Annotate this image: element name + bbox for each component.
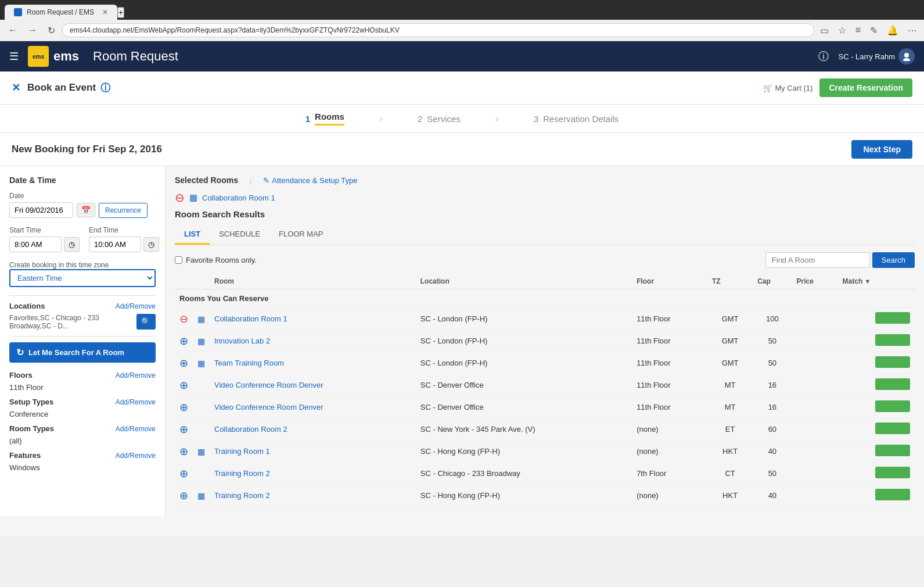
room-name-link[interactable]: Video Conference Room Denver [214,403,323,411]
room-name-cell: Collaboration Room 1 [210,308,416,330]
bookmark-icon[interactable]: ☆ [836,24,849,37]
my-cart[interactable]: 🛒 My Cart (1) [763,84,812,92]
timezone-select[interactable]: Eastern Time [9,269,156,287]
room-name-link[interactable]: Video Conference Room Denver [214,381,323,389]
add-row-icon[interactable]: ⊕ [179,380,188,391]
end-time-input[interactable] [89,237,141,252]
favorite-rooms-checkbox-label[interactable]: Favorite Rooms only. [175,256,257,264]
tab-close-icon[interactable]: ✕ [102,8,108,16]
tab-floor-map[interactable]: FLOOR MAP [269,225,333,245]
user-avatar[interactable] [898,48,915,65]
start-time-clock-icon[interactable]: ◷ [64,237,80,252]
date-input[interactable] [9,202,73,218]
match-bar [875,423,910,434]
start-time-input[interactable] [9,237,62,252]
cap-cell: 50 [753,463,792,485]
room-types-add-remove-link[interactable]: Add/Remove [116,425,156,433]
sidebar: Date & Time Date 📅 Recurrence Start Time… [0,166,166,516]
attendance-setup-label: Attendance & Setup Type [272,176,357,185]
floor-cell: 11th Floor [632,374,707,396]
locations-label: Locations [9,302,45,310]
help-icon[interactable]: ⓘ [818,49,829,63]
location-search-button[interactable]: 🔍 [136,314,156,330]
favorite-rooms-checkbox[interactable] [175,256,182,264]
calendar-icon-button[interactable]: 📅 [77,203,95,217]
notification-icon[interactable]: 🔔 [885,24,901,37]
tab-favicon [14,8,22,16]
table-row: ⊕ ▦ Training Room 2 SC - Hong Kong (FP-H… [175,485,915,507]
room-name-link[interactable]: Collaboration Room 1 [214,314,287,323]
tab-schedule[interactable]: SCHEDULE [210,225,269,245]
price-cell [792,418,838,441]
features-add-remove-link[interactable]: Add/Remove [116,452,156,460]
price-cell [792,485,838,507]
let-me-search-button[interactable]: ↻ Let Me Search For A Room [9,342,156,363]
book-event-info-icon[interactable]: ⓘ [100,81,110,95]
reload-button[interactable]: ↻ [44,24,59,37]
add-row-icon[interactable]: ⊕ [179,424,188,435]
browser-tab[interactable]: Room Request / EMS ✕ [5,5,117,20]
hamburger-menu-icon[interactable]: ☰ [9,50,19,63]
price-cell [792,441,838,463]
header-user: SC - Larry Rahm [838,48,915,65]
new-tab-button[interactable]: + [117,7,124,18]
menu-icon[interactable]: ≡ [853,24,863,37]
match-cell [838,330,915,352]
match-cell [838,441,915,463]
col-match-header[interactable]: Match ▼ [838,274,915,289]
selected-rooms-title: Selected Rooms [175,176,238,185]
setup-types-label: Setup Types [9,398,53,406]
table-row: ⊕ Collaboration Room 2 SC - New York - 3… [175,418,915,441]
room-name-link[interactable]: Training Room 2 [214,469,270,478]
table-row: ⊕ ▦ Training Room 1 SC - Hong Kong (FP-H… [175,441,915,463]
cap-cell: 50 [753,352,792,374]
close-booking-icon[interactable]: ✕ [12,81,20,94]
recurrence-button[interactable]: Recurrence [99,203,148,218]
room-name-link[interactable]: Training Room 1 [214,447,270,456]
date-field-group: Date 📅 Recurrence [9,192,156,218]
attendance-setup-link[interactable]: ✎ Attendance & Setup Type [263,176,357,185]
remove-selected-room-icon[interactable]: ⊖ [175,192,185,203]
step-3-reservation-details[interactable]: 3 Reservation Details [534,114,619,124]
remove-row-icon[interactable]: ⊖ [179,313,188,325]
time-fields-group: Start Time ◷ End Time ◷ [9,226,156,252]
address-text: ems44.cloudapp.net/EmsWebApp/RoomRequest… [70,26,807,34]
setup-types-add-remove-link[interactable]: Add/Remove [116,398,156,406]
location-cell: SC - London (FP-H) [416,352,632,374]
extension-icon[interactable]: ✎ [868,24,880,37]
room-name-cell: Training Room 2 [210,463,416,485]
locations-add-remove-link[interactable]: Add/Remove [116,302,156,310]
address-bar[interactable]: ems44.cloudapp.net/EmsWebApp/RoomRequest… [62,23,814,37]
create-reservation-button[interactable]: Create Reservation [819,78,912,97]
next-step-button[interactable]: Next Step [851,140,912,159]
floors-add-remove-link[interactable]: Add/Remove [116,371,156,380]
search-button[interactable]: Search [872,252,915,268]
user-name: SC - Larry Rahm [838,52,895,61]
room-name-link[interactable]: Team Training Room [214,359,284,367]
add-row-icon[interactable]: ⊕ [179,490,188,502]
step-1-rooms[interactable]: 1 Rooms [305,112,344,126]
table-row: ⊕ ▦ Team Training Room SC - London (FP-H… [175,352,915,374]
sync-icon: ↻ [16,347,24,358]
reader-view-icon[interactable]: ▭ [818,24,831,37]
room-name-link[interactable]: Training Room 2 [214,491,270,500]
top-bar: ✕ Book an Event ⓘ 🛒 My Cart (1) Create R… [0,71,924,105]
step-2-services[interactable]: 2 Services [418,114,461,124]
more-icon[interactable]: ⋯ [905,24,919,37]
col-floor-header: Floor [632,274,707,289]
room-icon-cell [193,396,210,418]
price-cell [792,463,838,485]
tab-list[interactable]: LIST [175,225,210,245]
col-price-header: Price [792,274,838,289]
add-row-icon[interactable]: ⊕ [179,335,188,347]
room-name-link[interactable]: Collaboration Room 2 [214,425,287,434]
add-row-icon[interactable]: ⊕ [179,446,188,457]
room-name-link[interactable]: Innovation Lab 2 [214,337,270,345]
add-row-icon[interactable]: ⊕ [179,402,188,413]
back-button[interactable]: ← [5,24,21,37]
add-row-icon[interactable]: ⊕ [179,468,188,479]
forward-button[interactable]: → [24,24,41,37]
end-time-clock-icon[interactable]: ◷ [143,237,159,252]
add-row-icon[interactable]: ⊕ [179,357,188,369]
find-room-input[interactable] [765,252,870,268]
